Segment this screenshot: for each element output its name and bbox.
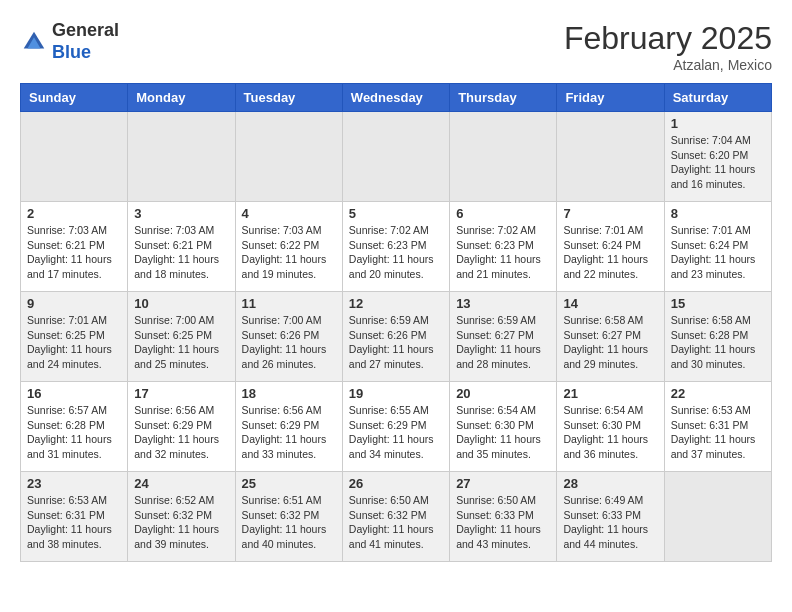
day-number: 17 — [134, 386, 228, 401]
day-info: Sunrise: 6:58 AMSunset: 6:28 PMDaylight:… — [671, 313, 765, 372]
day-info: Sunrise: 6:49 AMSunset: 6:33 PMDaylight:… — [563, 493, 657, 552]
day-number: 24 — [134, 476, 228, 491]
calendar-day-cell: 26Sunrise: 6:50 AMSunset: 6:32 PMDayligh… — [342, 472, 449, 562]
day-info: Sunrise: 6:59 AMSunset: 6:27 PMDaylight:… — [456, 313, 550, 372]
day-number: 25 — [242, 476, 336, 491]
calendar-day-cell: 18Sunrise: 6:56 AMSunset: 6:29 PMDayligh… — [235, 382, 342, 472]
calendar-day-cell: 6Sunrise: 7:02 AMSunset: 6:23 PMDaylight… — [450, 202, 557, 292]
calendar-day-cell — [235, 112, 342, 202]
weekday-header: Friday — [557, 84, 664, 112]
logo-icon — [20, 28, 48, 56]
day-info: Sunrise: 7:01 AMSunset: 6:24 PMDaylight:… — [563, 223, 657, 282]
calendar-day-cell: 13Sunrise: 6:59 AMSunset: 6:27 PMDayligh… — [450, 292, 557, 382]
page-header: General Blue February 2025 Atzalan, Mexi… — [20, 20, 772, 73]
calendar-day-cell — [450, 112, 557, 202]
day-info: Sunrise: 7:02 AMSunset: 6:23 PMDaylight:… — [349, 223, 443, 282]
day-number: 27 — [456, 476, 550, 491]
calendar-day-cell: 20Sunrise: 6:54 AMSunset: 6:30 PMDayligh… — [450, 382, 557, 472]
calendar-day-cell: 14Sunrise: 6:58 AMSunset: 6:27 PMDayligh… — [557, 292, 664, 382]
calendar-day-cell: 3Sunrise: 7:03 AMSunset: 6:21 PMDaylight… — [128, 202, 235, 292]
weekday-header: Tuesday — [235, 84, 342, 112]
day-info: Sunrise: 6:55 AMSunset: 6:29 PMDaylight:… — [349, 403, 443, 462]
day-info: Sunrise: 7:03 AMSunset: 6:21 PMDaylight:… — [27, 223, 121, 282]
weekday-header: Sunday — [21, 84, 128, 112]
day-number: 6 — [456, 206, 550, 221]
day-number: 23 — [27, 476, 121, 491]
day-info: Sunrise: 7:01 AMSunset: 6:24 PMDaylight:… — [671, 223, 765, 282]
calendar-day-cell: 23Sunrise: 6:53 AMSunset: 6:31 PMDayligh… — [21, 472, 128, 562]
day-info: Sunrise: 6:59 AMSunset: 6:26 PMDaylight:… — [349, 313, 443, 372]
day-info: Sunrise: 7:00 AMSunset: 6:25 PMDaylight:… — [134, 313, 228, 372]
day-info: Sunrise: 7:00 AMSunset: 6:26 PMDaylight:… — [242, 313, 336, 372]
calendar-day-cell: 9Sunrise: 7:01 AMSunset: 6:25 PMDaylight… — [21, 292, 128, 382]
calendar-day-cell: 25Sunrise: 6:51 AMSunset: 6:32 PMDayligh… — [235, 472, 342, 562]
month-title: February 2025 — [564, 20, 772, 57]
weekday-header: Monday — [128, 84, 235, 112]
day-number: 13 — [456, 296, 550, 311]
calendar-day-cell: 2Sunrise: 7:03 AMSunset: 6:21 PMDaylight… — [21, 202, 128, 292]
logo-text: General Blue — [52, 20, 119, 63]
weekday-header-row: SundayMondayTuesdayWednesdayThursdayFrid… — [21, 84, 772, 112]
calendar-day-cell — [342, 112, 449, 202]
day-number: 16 — [27, 386, 121, 401]
weekday-header: Saturday — [664, 84, 771, 112]
calendar-day-cell: 22Sunrise: 6:53 AMSunset: 6:31 PMDayligh… — [664, 382, 771, 472]
day-number: 8 — [671, 206, 765, 221]
day-info: Sunrise: 7:02 AMSunset: 6:23 PMDaylight:… — [456, 223, 550, 282]
calendar-day-cell: 17Sunrise: 6:56 AMSunset: 6:29 PMDayligh… — [128, 382, 235, 472]
calendar-day-cell: 1Sunrise: 7:04 AMSunset: 6:20 PMDaylight… — [664, 112, 771, 202]
day-info: Sunrise: 7:01 AMSunset: 6:25 PMDaylight:… — [27, 313, 121, 372]
day-number: 19 — [349, 386, 443, 401]
calendar-day-cell — [557, 112, 664, 202]
calendar-day-cell: 7Sunrise: 7:01 AMSunset: 6:24 PMDaylight… — [557, 202, 664, 292]
location: Atzalan, Mexico — [564, 57, 772, 73]
logo-general: General — [52, 20, 119, 40]
calendar-day-cell: 4Sunrise: 7:03 AMSunset: 6:22 PMDaylight… — [235, 202, 342, 292]
day-number: 12 — [349, 296, 443, 311]
day-info: Sunrise: 6:57 AMSunset: 6:28 PMDaylight:… — [27, 403, 121, 462]
day-info: Sunrise: 6:51 AMSunset: 6:32 PMDaylight:… — [242, 493, 336, 552]
day-number: 21 — [563, 386, 657, 401]
logo-blue: Blue — [52, 42, 91, 62]
calendar-day-cell: 15Sunrise: 6:58 AMSunset: 6:28 PMDayligh… — [664, 292, 771, 382]
day-number: 9 — [27, 296, 121, 311]
day-info: Sunrise: 6:56 AMSunset: 6:29 PMDaylight:… — [242, 403, 336, 462]
day-number: 10 — [134, 296, 228, 311]
weekday-header: Wednesday — [342, 84, 449, 112]
calendar-week-row: 16Sunrise: 6:57 AMSunset: 6:28 PMDayligh… — [21, 382, 772, 472]
calendar: SundayMondayTuesdayWednesdayThursdayFrid… — [20, 83, 772, 562]
calendar-week-row: 1Sunrise: 7:04 AMSunset: 6:20 PMDaylight… — [21, 112, 772, 202]
day-info: Sunrise: 6:50 AMSunset: 6:33 PMDaylight:… — [456, 493, 550, 552]
day-info: Sunrise: 6:54 AMSunset: 6:30 PMDaylight:… — [456, 403, 550, 462]
day-number: 15 — [671, 296, 765, 311]
calendar-day-cell: 19Sunrise: 6:55 AMSunset: 6:29 PMDayligh… — [342, 382, 449, 472]
calendar-day-cell — [128, 112, 235, 202]
calendar-week-row: 2Sunrise: 7:03 AMSunset: 6:21 PMDaylight… — [21, 202, 772, 292]
calendar-day-cell — [664, 472, 771, 562]
day-info: Sunrise: 6:54 AMSunset: 6:30 PMDaylight:… — [563, 403, 657, 462]
day-info: Sunrise: 7:03 AMSunset: 6:22 PMDaylight:… — [242, 223, 336, 282]
day-number: 28 — [563, 476, 657, 491]
calendar-day-cell: 28Sunrise: 6:49 AMSunset: 6:33 PMDayligh… — [557, 472, 664, 562]
day-info: Sunrise: 6:58 AMSunset: 6:27 PMDaylight:… — [563, 313, 657, 372]
day-number: 18 — [242, 386, 336, 401]
calendar-day-cell: 16Sunrise: 6:57 AMSunset: 6:28 PMDayligh… — [21, 382, 128, 472]
calendar-day-cell: 27Sunrise: 6:50 AMSunset: 6:33 PMDayligh… — [450, 472, 557, 562]
day-number: 14 — [563, 296, 657, 311]
calendar-day-cell — [21, 112, 128, 202]
logo: General Blue — [20, 20, 119, 63]
day-number: 11 — [242, 296, 336, 311]
day-info: Sunrise: 6:56 AMSunset: 6:29 PMDaylight:… — [134, 403, 228, 462]
calendar-day-cell: 8Sunrise: 7:01 AMSunset: 6:24 PMDaylight… — [664, 202, 771, 292]
day-number: 22 — [671, 386, 765, 401]
day-number: 3 — [134, 206, 228, 221]
day-number: 26 — [349, 476, 443, 491]
calendar-day-cell: 21Sunrise: 6:54 AMSunset: 6:30 PMDayligh… — [557, 382, 664, 472]
title-block: February 2025 Atzalan, Mexico — [564, 20, 772, 73]
day-number: 1 — [671, 116, 765, 131]
day-number: 20 — [456, 386, 550, 401]
day-info: Sunrise: 7:04 AMSunset: 6:20 PMDaylight:… — [671, 133, 765, 192]
day-info: Sunrise: 6:52 AMSunset: 6:32 PMDaylight:… — [134, 493, 228, 552]
day-info: Sunrise: 6:53 AMSunset: 6:31 PMDaylight:… — [27, 493, 121, 552]
calendar-day-cell: 12Sunrise: 6:59 AMSunset: 6:26 PMDayligh… — [342, 292, 449, 382]
